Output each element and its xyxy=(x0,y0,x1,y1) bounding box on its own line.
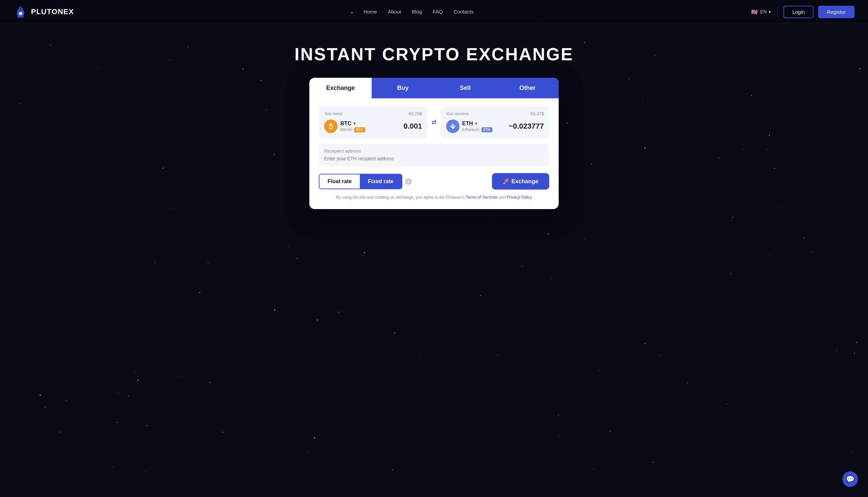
nav-links: Home About Blog FAQ Contacts xyxy=(351,9,473,15)
send-crypto-badge: BTC xyxy=(354,127,365,132)
nav-right: 🇬🇧 EN ▾ Login Register xyxy=(751,6,855,18)
info-icon[interactable]: i xyxy=(405,178,412,185)
nav-contacts[interactable]: Contacts xyxy=(454,9,473,14)
chat-icon: 💬 xyxy=(846,475,855,483)
recipient-field: Recepient address xyxy=(319,144,549,166)
brand-name: PLUTONEX xyxy=(31,8,74,16)
hero-title: INSTANT CRYPTO EXCHANGE xyxy=(294,44,574,64)
receive-crypto-name-row: ETH ▾ xyxy=(462,120,492,127)
nav-divider xyxy=(777,7,777,16)
flag-icon: 🇬🇧 xyxy=(751,8,758,15)
receive-crypto-fullname: Ethereum ETH xyxy=(462,127,492,132)
privacy-policy-link[interactable]: Privacy Policy xyxy=(507,195,532,200)
nav-home[interactable]: Home xyxy=(363,9,377,14)
send-field-header: You send 63.78$ xyxy=(324,111,422,116)
tab-exchange[interactable]: Exchange xyxy=(309,78,372,98)
nav-faq[interactable]: FAQ xyxy=(433,9,443,14)
rate-buttons: Float rate Fixed rate xyxy=(319,174,402,189)
tab-sell[interactable]: Sell xyxy=(434,78,496,98)
fixed-rate-button[interactable]: Fixed rate xyxy=(360,174,402,188)
recipient-input[interactable] xyxy=(324,156,544,161)
send-crypto-symbol: BTC xyxy=(340,120,352,127)
receive-field-content: ETH ▾ Ethereum ETH ~0.023777 xyxy=(446,119,544,133)
send-label: You send xyxy=(324,111,342,116)
send-crypto-name-row: BTC ▾ xyxy=(340,120,365,127)
btc-icon: ₿ xyxy=(324,119,337,133)
swap-icon[interactable]: ⇄ xyxy=(432,118,437,126)
logo[interactable]: PLUTONEX xyxy=(13,5,74,19)
rate-wrapper: Float rate Fixed rate i xyxy=(319,174,412,189)
receive-field-header: You receive 63.37$ xyxy=(446,111,544,116)
receive-crypto-badge: ETH xyxy=(482,127,492,132)
chevron-down-icon: ▾ xyxy=(769,9,771,14)
exchange-row: You send 63.78$ ₿ BTC ▾ xyxy=(319,106,549,138)
card-body: You send 63.78$ ₿ BTC ▾ xyxy=(309,98,559,209)
receive-label: You receive xyxy=(446,111,469,116)
send-crypto-info: BTC ▾ Bitcoin BTC xyxy=(340,120,365,132)
send-amount[interactable]: 0.001 xyxy=(403,122,422,131)
eth-icon xyxy=(446,119,459,133)
receive-crypto-chevron: ▾ xyxy=(475,121,477,126)
register-button[interactable]: Register xyxy=(818,6,855,18)
receive-amount: ~0.023777 xyxy=(508,122,544,131)
terms-and: and xyxy=(499,195,506,200)
exchange-card: Exchange Buy Sell Other You send 63.78$ … xyxy=(309,78,559,209)
tab-other[interactable]: Other xyxy=(496,78,559,98)
tab-buy[interactable]: Buy xyxy=(372,78,434,98)
send-field-content: ₿ BTC ▾ Bitcoin BTC xyxy=(324,119,422,133)
receive-crypto-name: Ethereum xyxy=(462,127,480,132)
send-usd: 63.78$ xyxy=(409,111,422,116)
send-crypto-selector[interactable]: ₿ BTC ▾ Bitcoin BTC xyxy=(324,119,365,133)
terms-text: By using the site and creating an exchan… xyxy=(319,195,549,200)
navbar: PLUTONEX Home About Blog FAQ Contacts 🇬🇧… xyxy=(0,0,868,24)
receive-field: You receive 63.37$ xyxy=(441,106,550,138)
recipient-label: Recepient address xyxy=(324,148,544,154)
logo-icon xyxy=(13,5,28,19)
hero-section: INSTANT CRYPTO EXCHANGE Exchange Buy Sel… xyxy=(0,24,868,223)
login-button[interactable]: Login xyxy=(783,6,813,18)
nav-dot xyxy=(351,12,353,13)
language-label: EN xyxy=(760,9,767,14)
receive-crypto-symbol: ETH xyxy=(462,120,473,127)
send-crypto-fullname: Bitcoin BTC xyxy=(340,127,365,132)
svg-point-1 xyxy=(19,12,22,15)
terms-of-service-link[interactable]: Terms of Services xyxy=(466,195,498,200)
language-selector[interactable]: 🇬🇧 EN ▾ xyxy=(751,8,771,15)
receive-crypto-selector[interactable]: ETH ▾ Ethereum ETH xyxy=(446,119,492,133)
chat-button[interactable]: 💬 xyxy=(842,471,858,487)
receive-crypto-info: ETH ▾ Ethereum ETH xyxy=(462,120,492,132)
receive-usd: 63.37$ xyxy=(531,111,544,116)
send-field: You send 63.78$ ₿ BTC ▾ xyxy=(319,106,428,138)
nav-about[interactable]: About xyxy=(388,9,401,14)
float-rate-button[interactable]: Float rate xyxy=(319,174,360,188)
send-crypto-chevron: ▾ xyxy=(354,121,356,126)
tabs: Exchange Buy Sell Other xyxy=(309,78,559,98)
terms-before: By using the site and creating an exchan… xyxy=(336,195,464,200)
nav-blog[interactable]: Blog xyxy=(412,9,422,14)
send-crypto-name: Bitcoin xyxy=(340,127,353,132)
action-row: Float rate Fixed rate i 🚀 Exchange xyxy=(319,173,549,189)
exchange-button[interactable]: 🚀 Exchange xyxy=(492,173,549,189)
